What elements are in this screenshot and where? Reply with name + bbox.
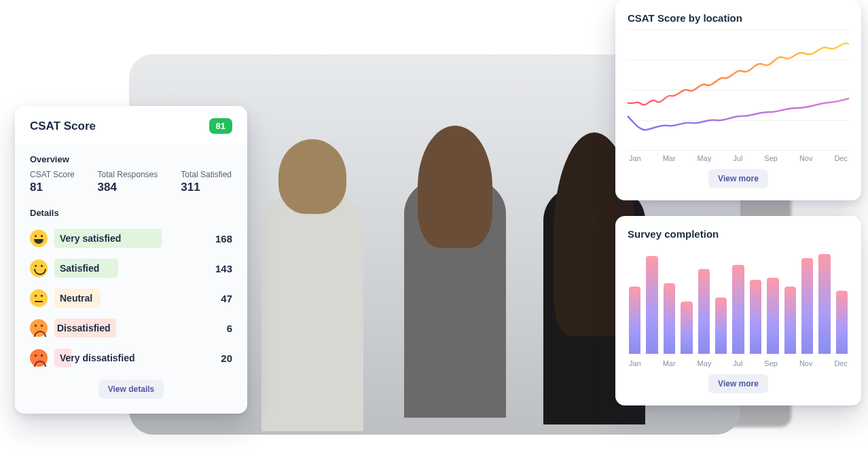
line-view-more-button[interactable]: View more	[708, 169, 768, 188]
x-tick: May	[698, 154, 712, 162]
bar-chart	[628, 245, 849, 354]
detail-value: 6	[227, 323, 232, 334]
detail-value: 47	[221, 293, 232, 304]
bar-view-more-button[interactable]: View more	[708, 374, 768, 393]
detail-label: Satisfied	[54, 259, 118, 278]
detail-row-neutral: Neutral 47	[30, 283, 232, 313]
bar-chart-x-axis: Jan Mar May Jul Sep Nov Dec	[628, 359, 849, 367]
x-tick: May	[698, 359, 712, 367]
emoji-satisfied-icon	[30, 259, 48, 277]
details-label: Details	[30, 198, 232, 223]
bar	[836, 291, 848, 354]
detail-value: 143	[215, 263, 232, 274]
bar	[715, 297, 727, 354]
x-tick: Mar	[663, 359, 676, 367]
x-tick: Dec	[834, 359, 848, 367]
x-tick: Jan	[629, 359, 641, 367]
metric-value: 311	[181, 181, 232, 194]
bar	[732, 265, 744, 354]
bar-chart-title: Survey completion	[628, 228, 849, 240]
bar	[801, 258, 813, 354]
metric-label: Total Responses	[98, 170, 158, 179]
bar	[664, 283, 675, 354]
line-chart-x-axis: Jan Mar May Jul Sep Nov Dec	[628, 154, 849, 162]
csat-score-card: CSAT Score 81 Overview CSAT Score 81 Tot…	[15, 106, 247, 414]
detail-label: Very dissatisfied	[54, 348, 141, 367]
bar	[646, 256, 657, 354]
bar	[698, 269, 710, 354]
x-tick: Jul	[733, 154, 742, 162]
bar	[767, 278, 778, 354]
bar	[784, 287, 796, 354]
detail-label: Very satisfied	[54, 229, 162, 248]
bar	[750, 280, 761, 354]
metric-value: 384	[98, 181, 158, 194]
emoji-very-dissatisfied-icon	[30, 349, 48, 367]
metric-value: 81	[30, 181, 75, 194]
bar	[629, 287, 640, 354]
csat-by-location-card: CSAT Score by location Jan Ma	[615, 0, 861, 200]
emoji-neutral-icon	[30, 289, 48, 307]
detail-value: 168	[215, 233, 232, 244]
detail-row-very-dissatisfied: Very dissatisfied 20	[30, 343, 232, 373]
x-tick: Jul	[733, 359, 742, 367]
overview-label: Overview	[30, 145, 232, 170]
line-chart	[628, 29, 849, 150]
x-tick: Mar	[663, 154, 676, 162]
detail-value: 20	[221, 352, 232, 364]
metric-label: CSAT Score	[30, 170, 75, 179]
x-tick: Dec	[834, 154, 848, 162]
overview-metrics: CSAT Score 81 Total Responses 384 Total …	[30, 170, 232, 198]
metric-label: Total Satisfied	[181, 170, 232, 179]
view-details-button[interactable]: View details	[98, 380, 164, 399]
x-tick: Jan	[629, 154, 641, 162]
x-tick: Nov	[799, 154, 813, 162]
survey-completion-card: Survey completion Jan Mar May Jul Sep No…	[615, 216, 861, 405]
x-tick: Sep	[764, 154, 778, 162]
detail-row-satisfied: Satisfied 143	[30, 253, 232, 283]
detail-row-dissatisfied: Dissatisfied 6	[30, 313, 232, 343]
csat-title: CSAT Score	[30, 120, 96, 133]
bar	[681, 302, 692, 354]
bar	[818, 254, 830, 354]
line-chart-title: CSAT Score by location	[628, 12, 849, 24]
emoji-dissatisfied-icon	[30, 319, 48, 337]
detail-label: Neutral	[54, 289, 101, 308]
emoji-very-satisfied-icon	[30, 230, 48, 247]
csat-score-badge: 81	[209, 118, 232, 134]
detail-label: Dissatisfied	[57, 323, 111, 333]
detail-row-very-satisfied: Very satisfied 168	[30, 223, 232, 253]
x-tick: Nov	[799, 359, 813, 367]
x-tick: Sep	[764, 359, 778, 367]
